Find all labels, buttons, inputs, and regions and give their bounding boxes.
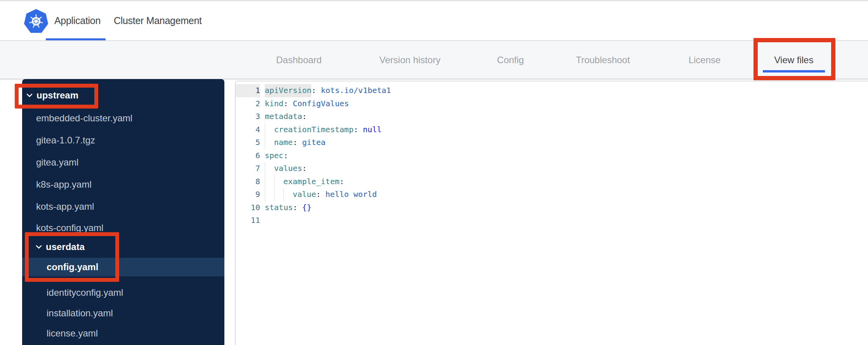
subnav-tab-troubleshoot[interactable]: Troubleshoot bbox=[576, 41, 630, 79]
code-line: 8 example_item: bbox=[236, 175, 868, 188]
line-number: 2 bbox=[236, 97, 260, 110]
header: Application Cluster Management bbox=[0, 1, 868, 40]
kots-admin-console: Application Cluster Management Dashboard… bbox=[0, 0, 868, 345]
yaml-key: kind bbox=[265, 97, 283, 110]
subnav-tab-version-history[interactable]: Version history bbox=[379, 41, 440, 79]
tree-file-label: kots-config.yaml bbox=[36, 223, 103, 233]
yaml-key: name bbox=[274, 136, 293, 149]
code-line: 5 name: gitea bbox=[236, 136, 868, 149]
app-subnav: Dashboard Version history Config Trouble… bbox=[0, 40, 868, 79]
tree-file-label: identityconfig.yaml bbox=[47, 287, 123, 298]
subnav-tab-view-files[interactable]: View files bbox=[774, 41, 814, 79]
line-number: 5 bbox=[236, 136, 260, 149]
yaml-key: value bbox=[293, 188, 316, 201]
line-number: 9 bbox=[236, 188, 260, 201]
yaml-key: creationTimestamp bbox=[274, 123, 354, 136]
code-line: 4 creationTimestamp: null bbox=[236, 123, 868, 136]
yaml-value: gitea bbox=[302, 136, 325, 149]
code-line: 2 kind: ConfigValues bbox=[236, 97, 868, 110]
yaml-value: {} bbox=[302, 201, 311, 214]
tree-file-kots-app[interactable]: kots-app.yaml bbox=[22, 197, 224, 216]
line-number: 10 bbox=[236, 201, 260, 214]
file-tree-sidebar: upstream embedded-cluster.yaml gitea-1.0… bbox=[22, 79, 224, 345]
chevron-down-icon bbox=[26, 93, 33, 97]
yaml-key: apiVersion bbox=[265, 84, 311, 97]
header-tab-cluster-management[interactable]: Cluster Management bbox=[114, 1, 202, 40]
yaml-value: kots.io/v1beta1 bbox=[321, 84, 391, 97]
line-number: 4 bbox=[236, 123, 260, 136]
tree-folder-userdata[interactable]: userdata bbox=[22, 238, 224, 256]
tree-file-label: gitea.yaml bbox=[36, 157, 78, 168]
subnav-tab-config[interactable]: Config bbox=[497, 41, 524, 79]
tree-file-label: license.yaml bbox=[47, 328, 98, 339]
code-line: 10 status: {} bbox=[236, 201, 868, 214]
tree-file-label: gitea-1.0.7.tgz bbox=[36, 135, 95, 146]
yaml-value: hello world bbox=[325, 188, 377, 201]
yaml-value: null bbox=[363, 123, 382, 136]
subnav-tab-dashboard[interactable]: Dashboard bbox=[276, 41, 321, 79]
tree-folder-label: upstream bbox=[36, 90, 78, 101]
yaml-file-viewer[interactable]: 1 apiVersion: kots.io/v1beta1 2 kind: Co… bbox=[235, 81, 868, 345]
tree-file-label: kots-app.yaml bbox=[36, 201, 94, 212]
tree-folder-upstream[interactable]: upstream bbox=[22, 86, 224, 105]
tree-file-config-selected[interactable]: config.yaml bbox=[22, 258, 224, 276]
tree-file-identityconfig[interactable]: identityconfig.yaml bbox=[22, 283, 224, 302]
tree-file-label: embedded-cluster.yaml bbox=[36, 113, 132, 124]
line-number: 7 bbox=[236, 162, 260, 175]
line-number: 1 bbox=[236, 84, 260, 97]
tree-file-embedded-cluster[interactable]: embedded-cluster.yaml bbox=[22, 109, 224, 128]
tree-file-gitea-yaml[interactable]: gitea.yaml bbox=[22, 153, 224, 172]
tree-file-installation[interactable]: installation.yaml bbox=[22, 304, 224, 323]
tree-folder-label: userdata bbox=[46, 242, 85, 252]
active-subnav-underline bbox=[763, 70, 825, 72]
yaml-key: spec bbox=[265, 149, 283, 162]
header-tab-application[interactable]: Application bbox=[54, 1, 101, 40]
tree-file-kots-config[interactable]: kots-config.yaml bbox=[22, 219, 224, 237]
tree-file-label: config.yaml bbox=[47, 262, 98, 273]
chevron-down-icon bbox=[36, 245, 42, 249]
line-number: 8 bbox=[236, 175, 260, 188]
code-line: 1 apiVersion: kots.io/v1beta1 bbox=[236, 84, 868, 97]
tree-file-k8s-app[interactable]: k8s-app.yaml bbox=[22, 175, 224, 194]
yaml-key: example_item bbox=[283, 175, 340, 188]
kubernetes-logo-icon bbox=[23, 9, 49, 34]
line-number: 11 bbox=[236, 214, 260, 227]
yaml-value: ConfigValues bbox=[293, 97, 349, 110]
code-line: 6 spec: bbox=[236, 149, 868, 162]
tree-file-label: k8s-app.yaml bbox=[36, 179, 92, 190]
tree-file-label: installation.yaml bbox=[47, 308, 113, 319]
code-line: 11 bbox=[236, 214, 868, 227]
tree-file-license[interactable]: license.yaml bbox=[22, 324, 224, 343]
code-line: 7 values: bbox=[236, 162, 868, 175]
yaml-key: metadata bbox=[265, 110, 302, 123]
yaml-key: status bbox=[265, 201, 293, 214]
yaml-key: values bbox=[274, 162, 302, 175]
line-number: 6 bbox=[236, 149, 260, 162]
line-number: 3 bbox=[236, 110, 260, 123]
tree-file-gitea-tgz[interactable]: gitea-1.0.7.tgz bbox=[22, 131, 224, 150]
subnav-tab-license[interactable]: License bbox=[689, 41, 721, 79]
code-line: 3 metadata: bbox=[236, 110, 868, 123]
code-line: 9 value: hello world bbox=[236, 188, 868, 201]
